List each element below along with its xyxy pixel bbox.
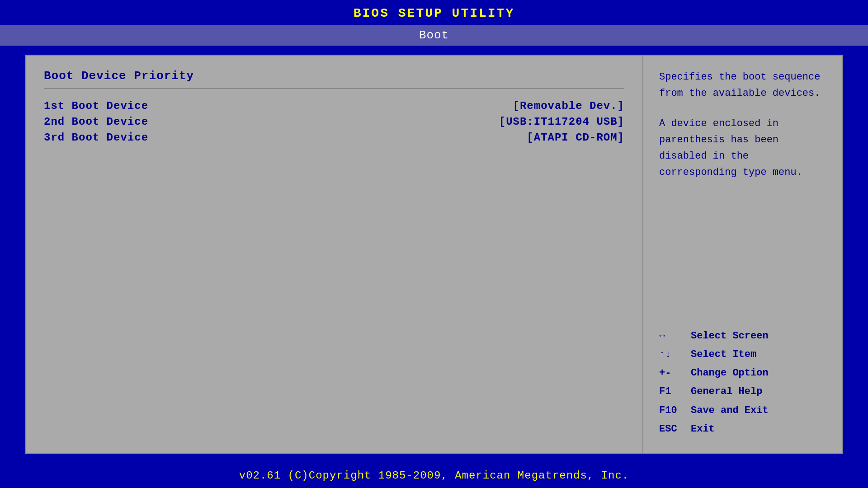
key-3-desc: General Help bbox=[691, 384, 762, 399]
bios-title: BIOS SETUP UTILITY bbox=[354, 6, 514, 20]
key-0-label: ↔ bbox=[659, 328, 691, 344]
boot-device-3-label: 3rd Boot Device bbox=[44, 131, 148, 144]
help-text-2: A device enclosed in parenthesis has bee… bbox=[659, 116, 826, 181]
key-binding-1: ↑↓ Select Item bbox=[659, 347, 826, 362]
key-1-desc: Select Item bbox=[691, 347, 756, 362]
key-binding-5: ESC Exit bbox=[659, 421, 826, 437]
boot-device-3[interactable]: 3rd Boot Device [ATAPI CD-ROM] bbox=[44, 131, 624, 144]
help-text-1: Specifies the boot sequence from the ava… bbox=[659, 69, 826, 102]
boot-device-1-label: 1st Boot Device bbox=[44, 100, 148, 112]
key-2-label: +- bbox=[659, 365, 691, 381]
boot-device-3-value: [ATAPI CD-ROM] bbox=[527, 131, 624, 144]
boot-device-2-value: [USB:IT117204 USB] bbox=[499, 116, 624, 128]
footer-bar: v02.61 (C)Copyright 1985-2009, American … bbox=[0, 463, 868, 488]
boot-device-2-label: 2nd Boot Device bbox=[44, 116, 148, 128]
footer-text: v02.61 (C)Copyright 1985-2009, American … bbox=[239, 469, 629, 482]
key-0-desc: Select Screen bbox=[691, 328, 769, 344]
key-5-label: ESC bbox=[659, 421, 691, 437]
key-1-label: ↑↓ bbox=[659, 347, 691, 362]
right-panel: Specifies the boot sequence from the ava… bbox=[643, 56, 842, 453]
key-binding-3: F1 General Help bbox=[659, 384, 826, 399]
key-3-label: F1 bbox=[659, 384, 691, 399]
boot-device-1-value: [Removable Dev.] bbox=[513, 100, 624, 112]
menu-bar: Boot bbox=[0, 25, 868, 46]
boot-device-1[interactable]: 1st Boot Device [Removable Dev.] bbox=[44, 100, 624, 112]
key-binding-2: +- Change Option bbox=[659, 365, 826, 381]
boot-device-2[interactable]: 2nd Boot Device [USB:IT117204 USB] bbox=[44, 116, 624, 128]
boot-device-list: 1st Boot Device [Removable Dev.] 2nd Boo… bbox=[44, 100, 624, 144]
left-panel: Boot Device Priority 1st Boot Device [Re… bbox=[26, 56, 643, 453]
main-content-area: Boot Device Priority 1st Boot Device [Re… bbox=[25, 55, 843, 454]
key-4-label: F10 bbox=[659, 403, 691, 418]
title-bar: BIOS SETUP UTILITY bbox=[0, 0, 868, 25]
active-menu-tab: Boot bbox=[419, 28, 449, 42]
key-5-desc: Exit bbox=[691, 421, 715, 437]
section-divider bbox=[44, 88, 624, 89]
section-title: Boot Device Priority bbox=[44, 69, 624, 83]
key-binding-0: ↔ Select Screen bbox=[659, 328, 826, 344]
key-2-desc: Change Option bbox=[691, 365, 769, 381]
key-binding-4: F10 Save and Exit bbox=[659, 403, 826, 418]
key-bindings-section: ↔ Select Screen ↑↓ Select Item +- Change… bbox=[659, 328, 826, 440]
key-4-desc: Save and Exit bbox=[691, 403, 769, 418]
